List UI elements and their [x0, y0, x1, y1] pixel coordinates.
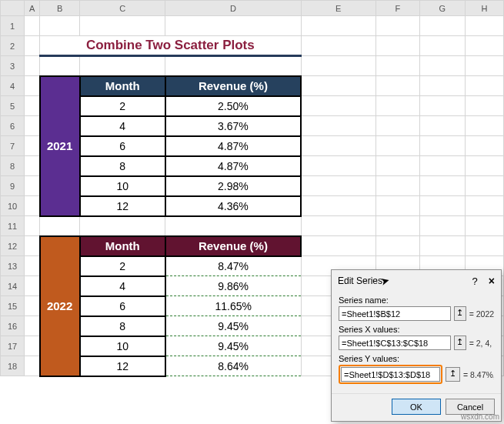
col-header[interactable]: A — [25, 1, 40, 16]
year-2021-label: 2021 — [40, 76, 80, 216]
edit-series-dialog[interactable]: Edit Series ? × Series name: ↥ = 2022 Se… — [331, 269, 502, 422]
col-header[interactable]: G — [419, 1, 465, 16]
series-x-input[interactable] — [339, 336, 451, 350]
table-cell[interactable]: 12 — [80, 356, 165, 376]
selected-cell[interactable]: 11.65% — [165, 296, 301, 316]
col-header[interactable]: B — [40, 1, 80, 16]
row-header[interactable]: 8 — [1, 156, 25, 176]
select-all-cell[interactable] — [1, 1, 25, 16]
ok-button[interactable]: OK — [392, 399, 441, 415]
table-cell[interactable]: 10 — [80, 336, 165, 356]
col-header[interactable]: D — [165, 1, 301, 16]
table-cell[interactable]: 6 — [80, 136, 165, 156]
table-cell[interactable]: 2.50% — [165, 96, 301, 116]
close-icon[interactable]: × — [489, 275, 495, 287]
table-cell[interactable]: 8 — [80, 316, 165, 336]
row-header[interactable]: 5 — [1, 96, 25, 116]
col-header[interactable]: C — [80, 1, 165, 16]
series-name-preview: = 2022 — [469, 309, 494, 319]
row-header[interactable]: 7 — [1, 136, 25, 156]
row-header[interactable]: 17 — [1, 336, 25, 356]
row-header[interactable]: 10 — [1, 196, 25, 216]
series-y-input[interactable] — [341, 367, 440, 382]
row-header[interactable]: 1 — [1, 16, 25, 36]
table-cell[interactable]: 4.87% — [165, 136, 301, 156]
table2-month-header: Month — [80, 236, 165, 256]
selected-cell[interactable]: 9.45% — [165, 316, 301, 336]
table-cell[interactable]: 4.87% — [165, 156, 301, 176]
row-header[interactable]: 14 — [1, 276, 25, 296]
dialog-title: Edit Series — [338, 275, 382, 286]
col-header[interactable]: E — [301, 1, 375, 16]
row-header[interactable]: 11 — [1, 216, 25, 236]
collapse-dialog-icon[interactable]: ↥ — [454, 306, 466, 321]
row-header[interactable]: 12 — [1, 236, 25, 256]
row-header[interactable]: 16 — [1, 316, 25, 336]
table-cell[interactable]: 12 — [80, 196, 165, 216]
table1-revenue-header: Revenue (%) — [165, 76, 301, 96]
table1-month-header: Month — [80, 76, 165, 96]
watermark: wsxdn.com — [461, 412, 499, 421]
table-cell[interactable]: 6 — [80, 296, 165, 316]
row-header[interactable]: 13 — [1, 256, 25, 276]
row-header[interactable]: 6 — [1, 116, 25, 136]
table-cell[interactable]: 10 — [80, 176, 165, 196]
col-header[interactable]: F — [375, 1, 419, 16]
page-title: Combine Two Scatter Plots — [40, 36, 302, 56]
table-cell[interactable]: 2 — [80, 96, 165, 116]
col-header[interactable]: H — [465, 1, 503, 16]
series-y-label: Series Y values: — [339, 354, 494, 363]
help-icon[interactable]: ? — [472, 275, 478, 287]
table-cell[interactable]: 8 — [80, 156, 165, 176]
series-name-input[interactable] — [339, 306, 451, 321]
table-cell[interactable]: 3.67% — [165, 116, 301, 136]
series-x-label: Series X values: — [339, 325, 494, 334]
table-cell[interactable]: 4.36% — [165, 196, 301, 216]
series-name-label: Series name: — [339, 295, 494, 305]
table-cell[interactable]: 2 — [80, 256, 165, 276]
year-2022-label: 2022 — [40, 236, 80, 376]
selected-cell[interactable]: 8.64% — [165, 356, 301, 376]
selected-cell[interactable]: 9.45% — [165, 336, 301, 356]
row-header[interactable]: 4 — [1, 76, 25, 96]
row-header[interactable]: 2 — [1, 36, 25, 56]
table2-revenue-header: Revenue (%) — [165, 236, 301, 256]
table-cell[interactable]: 4 — [80, 276, 165, 296]
series-y-preview: = 8.47%, 9.86%, .. — [463, 370, 494, 379]
collapse-dialog-icon[interactable]: ↥ — [454, 336, 466, 350]
row-header[interactable]: 15 — [1, 296, 25, 316]
row-header[interactable]: 18 — [1, 356, 25, 376]
selected-cell[interactable]: 8.47% — [165, 256, 301, 276]
table-cell[interactable]: 2.98% — [165, 176, 301, 196]
selected-cell[interactable]: 9.86% — [165, 276, 301, 296]
row-header[interactable]: 9 — [1, 176, 25, 196]
row-header[interactable]: 3 — [1, 56, 25, 76]
table-cell[interactable]: 4 — [80, 116, 165, 136]
series-x-preview: = 2, 4, 6, 8, 10... — [469, 339, 494, 348]
collapse-dialog-icon[interactable]: ↥ — [446, 367, 460, 382]
